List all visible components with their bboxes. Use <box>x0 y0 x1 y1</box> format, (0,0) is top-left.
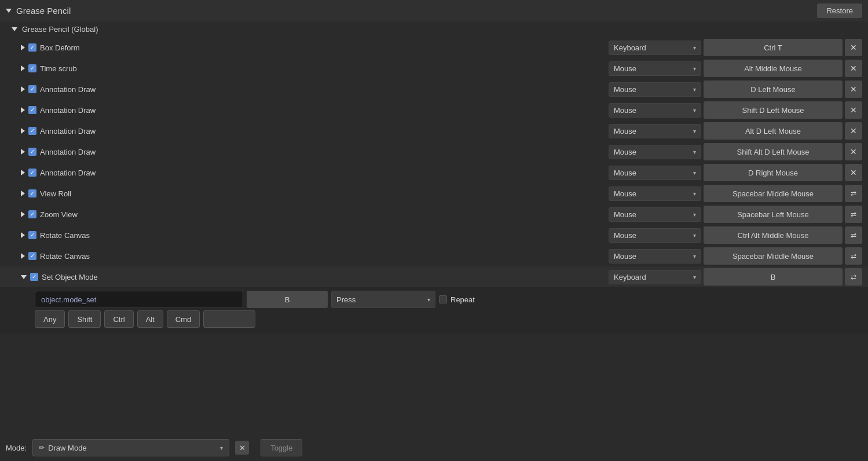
section-collapse-icon[interactable] <box>12 27 17 31</box>
remove-time-scrub[interactable]: ✕ <box>845 60 862 77</box>
shortcut-box-deform[interactable]: Ctrl T <box>704 39 843 56</box>
row-checkbox-box-deform[interactable] <box>28 43 36 52</box>
mode-dropdown[interactable]: ✏ Draw Mode ▾ <box>32 439 229 456</box>
remove-annotation-4[interactable]: ✕ <box>845 143 862 160</box>
row-rotate-canvas-2: Rotate Canvas Mouse ▾ Spacebar Middle Mo… <box>0 246 868 266</box>
expanded-row-2: Any Shift Ctrl Alt Cmd <box>35 310 862 328</box>
panel-header-left: Grease Pencil <box>6 6 71 16</box>
shortcut-annotation-3[interactable]: Alt D Left Mouse <box>704 122 843 140</box>
caret-icon: ▾ <box>693 232 696 239</box>
remove-annotation-2[interactable]: ✕ <box>845 101 862 119</box>
row-label-set-object-mode: Set Object Mode <box>42 273 98 281</box>
swap-view-roll[interactable]: ⇄ <box>845 185 862 202</box>
row-expand-icon[interactable] <box>21 191 25 196</box>
remove-box-deform[interactable]: ✕ <box>845 39 862 56</box>
input-type-time-scrub[interactable]: Mouse ▾ <box>609 61 701 76</box>
input-type-annotation-2[interactable]: Mouse ▾ <box>609 103 701 118</box>
repeat-checkbox[interactable] <box>439 295 447 303</box>
row-set-object-mode: Set Object Mode Keyboard ▾ B ⇄ <box>0 266 868 287</box>
row-expand-icon[interactable] <box>21 45 25 50</box>
row-expand-icon[interactable] <box>21 211 25 217</box>
row-checkbox-annotation-2[interactable] <box>28 106 36 114</box>
caret-icon: ▾ <box>693 274 696 280</box>
mode-close-button[interactable]: ✕ <box>235 441 249 455</box>
operator-input[interactable] <box>35 291 243 308</box>
shortcut-annotation-1[interactable]: D Left Mouse <box>704 81 843 98</box>
shortcut-annotation-2[interactable]: Shift D Left Mouse <box>704 101 843 119</box>
row-expand-icon[interactable] <box>21 232 25 238</box>
input-type-view-roll[interactable]: Mouse ▾ <box>609 186 701 201</box>
toggle-button[interactable]: Toggle <box>261 439 302 456</box>
row-checkbox-set-object-mode[interactable] <box>30 273 38 281</box>
row-expand-icon[interactable] <box>21 107 25 113</box>
row-checkbox-rotate-2[interactable] <box>28 252 36 260</box>
modifier-any[interactable]: Any <box>35 310 65 328</box>
footer: Mode: ✏ Draw Mode ▾ ✕ Toggle <box>0 434 868 461</box>
row-expand-icon[interactable] <box>21 253 25 259</box>
section-header: Grease Pencil (Global) <box>0 21 868 37</box>
input-type-box-deform[interactable]: Keyboard ▾ <box>609 41 701 55</box>
row-expand-icon[interactable] <box>21 65 25 71</box>
collapse-icon[interactable] <box>6 9 12 13</box>
row-expand-icon[interactable] <box>21 149 25 155</box>
input-type-set-object-mode[interactable]: Keyboard ▾ <box>609 270 701 284</box>
event-type-dropdown[interactable]: Press ▾ <box>331 291 435 308</box>
input-type-annotation-3[interactable]: Mouse ▾ <box>609 124 701 138</box>
row-view-roll: View Roll Mouse ▾ Spacebar Middle Mouse … <box>0 183 868 204</box>
shortcut-time-scrub[interactable]: Alt Middle Mouse <box>704 60 843 77</box>
key-value-input[interactable]: B <box>247 291 328 308</box>
remove-annotation-3[interactable]: ✕ <box>845 122 862 140</box>
row-checkbox-annotation-1[interactable] <box>28 85 36 93</box>
input-type-annotation-5[interactable]: Mouse ▾ <box>609 166 701 180</box>
row-expand-icon[interactable] <box>21 128 25 134</box>
section-label: Grease Pencil (Global) <box>22 25 98 34</box>
row-expand-icon[interactable] <box>21 86 25 92</box>
shortcut-rotate-2[interactable]: Spacebar Middle Mouse <box>704 247 843 265</box>
row-right-box-deform: Keyboard ▾ Ctrl T ✕ <box>609 39 862 56</box>
row-checkbox-annotation-3[interactable] <box>28 127 36 135</box>
shortcut-set-object-mode[interactable]: B <box>704 268 843 286</box>
row-expand-icon[interactable] <box>21 275 27 279</box>
caret-icon: ▾ <box>693 191 696 197</box>
shortcut-annotation-5[interactable]: D Right Mouse <box>704 164 843 181</box>
input-type-zoom-view[interactable]: Mouse ▾ <box>609 207 701 222</box>
caret-icon: ▾ <box>693 45 696 51</box>
modifier-alt[interactable]: Alt <box>137 310 163 328</box>
row-annotation-draw-1: Annotation Draw Mouse ▾ D Left Mouse ✕ <box>0 79 868 100</box>
swap-set-object-mode[interactable]: ⇄ <box>845 268 862 286</box>
row-label-zoom-view: Zoom View <box>40 210 78 219</box>
row-expand-icon[interactable] <box>21 170 25 175</box>
expanded-row-1: B Press ▾ Repeat <box>35 291 862 308</box>
shortcut-view-roll[interactable]: Spacebar Middle Mouse <box>704 185 843 202</box>
input-type-rotate-2[interactable]: Mouse ▾ <box>609 249 701 264</box>
row-checkbox-annotation-5[interactable] <box>28 169 36 177</box>
row-label-box-deform: Box Deform <box>40 43 80 52</box>
row-label-rotate-1: Rotate Canvas <box>40 231 90 240</box>
shortcut-rotate-1[interactable]: Ctrl Alt Middle Mouse <box>704 226 843 244</box>
row-label-rotate-2: Rotate Canvas <box>40 252 90 261</box>
modifier-shift[interactable]: Shift <box>68 310 101 328</box>
modifier-extra[interactable] <box>203 310 255 328</box>
row-checkbox-zoom-view[interactable] <box>28 210 36 218</box>
swap-rotate-2[interactable]: ⇄ <box>845 247 862 265</box>
swap-rotate-1[interactable]: ⇄ <box>845 226 862 244</box>
row-checkbox-time-scrub[interactable] <box>28 64 36 72</box>
modifier-cmd[interactable]: Cmd <box>167 310 200 328</box>
input-type-annotation-4[interactable]: Mouse ▾ <box>609 145 701 159</box>
row-checkbox-annotation-4[interactable] <box>28 148 36 156</box>
swap-zoom-view[interactable]: ⇄ <box>845 206 862 223</box>
shortcut-annotation-4[interactable]: Shift Alt D Left Mouse <box>704 143 843 160</box>
row-checkbox-view-roll[interactable] <box>28 189 36 197</box>
row-label-time-scrub: Time scrub <box>40 64 77 73</box>
input-type-rotate-1[interactable]: Mouse ▾ <box>609 228 701 243</box>
row-annotation-draw-5: Annotation Draw Mouse ▾ D Right Mouse ✕ <box>0 162 868 183</box>
shortcut-zoom-view[interactable]: Spacebar Left Mouse <box>704 206 843 223</box>
input-type-annotation-1[interactable]: Mouse ▾ <box>609 82 701 97</box>
row-checkbox-rotate-1[interactable] <box>28 231 36 239</box>
modifier-ctrl[interactable]: Ctrl <box>104 310 133 328</box>
remove-annotation-5[interactable]: ✕ <box>845 164 862 181</box>
remove-annotation-1[interactable]: ✕ <box>845 81 862 98</box>
restore-button[interactable]: Restore <box>817 3 862 18</box>
row-label-annotation-4: Annotation Draw <box>40 148 96 156</box>
repeat-label: Repeat <box>451 295 475 304</box>
